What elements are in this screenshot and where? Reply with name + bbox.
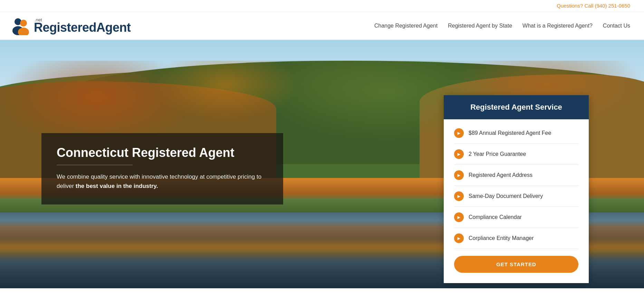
header: .net RegisteredAgent Change Registered A…: [0, 12, 644, 40]
logo-text: .net RegisteredAgent: [34, 18, 131, 34]
service-item-2: ► Registered Agent Address: [454, 165, 578, 186]
top-bar: Questions? Call (940) 251-0650: [0, 0, 644, 12]
service-item-0: ► $89 Annual Registered Agent Fee: [454, 123, 578, 144]
logo-icon: [10, 16, 31, 35]
service-icon-2: ►: [454, 170, 464, 180]
hero-description: We combine quality service with innovati…: [57, 172, 268, 191]
service-label-4: Compliance Calendar: [469, 214, 522, 220]
logo-link[interactable]: .net RegisteredAgent: [10, 16, 131, 35]
service-icon-1: ►: [454, 149, 464, 159]
service-label-5: Corpliance Entity Manager: [469, 235, 534, 241]
svg-point-2: [20, 20, 27, 27]
logo-name: RegisteredAgent: [34, 21, 131, 34]
service-icon-0: ►: [454, 128, 464, 138]
service-label-0: $89 Annual Registered Agent Fee: [469, 130, 551, 136]
service-card: Registered Agent Service ► $89 Annual Re…: [444, 95, 589, 283]
service-item-4: ► Compliance Calendar: [454, 207, 578, 228]
hero-divider: [57, 165, 133, 165]
service-icon-5: ►: [454, 233, 464, 243]
service-icon-3: ►: [454, 191, 464, 201]
service-card-header: Registered Agent Service: [444, 95, 589, 119]
main-nav: Change Registered Agent Registered Agent…: [374, 23, 630, 29]
service-item-1: ► 2 Year Price Guarantee: [454, 144, 578, 165]
service-card-body: ► $89 Annual Registered Agent Fee ► 2 Ye…: [444, 119, 589, 283]
hero-section: Connecticut Registered Agent We combine …: [0, 40, 644, 288]
service-item-5: ► Corpliance Entity Manager: [454, 228, 578, 249]
nav-registered-agent-by-state[interactable]: Registered Agent by State: [448, 23, 512, 29]
phone-link[interactable]: Questions? Call (940) 251-0650: [557, 3, 630, 9]
service-icon-4: ►: [454, 212, 464, 222]
hero-title: Connecticut Registered Agent: [57, 146, 268, 160]
service-item-3: ► Same-Day Document Delivery: [454, 186, 578, 207]
service-label-1: 2 Year Price Guarantee: [469, 151, 526, 157]
get-started-button[interactable]: GET STARTED: [454, 256, 578, 273]
nav-contact-us[interactable]: Contact Us: [603, 23, 630, 29]
hero-desc-bold: the best value in the industry.: [76, 183, 158, 189]
service-label-2: Registered Agent Address: [469, 172, 532, 178]
nav-change-registered-agent[interactable]: Change Registered Agent: [374, 23, 438, 29]
nav-what-is-registered-agent[interactable]: What is a Registered Agent?: [522, 23, 593, 29]
hero-text-box: Connecticut Registered Agent We combine …: [41, 133, 283, 204]
service-label-3: Same-Day Document Delivery: [469, 193, 543, 199]
